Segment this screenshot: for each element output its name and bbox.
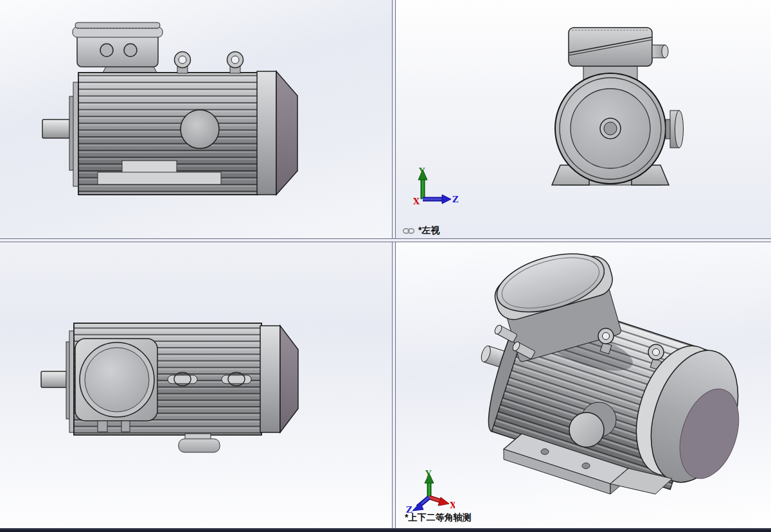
view-orientation-label: *上下二等角轴测: [405, 512, 471, 524]
motor-side-view-drawing[interactable]: [0, 0, 392, 238]
viewport-bottom-right[interactable]: Y X Z *上下二等角轴测: [396, 242, 771, 528]
window-bottom-edge: [0, 528, 771, 532]
eyebolt: [175, 52, 191, 74]
y-axis-label: Y: [418, 166, 425, 176]
foot-plate: [98, 172, 221, 184]
shaft: [41, 371, 70, 387]
z-axis-arrow: [423, 195, 451, 204]
terminal-box: [569, 28, 652, 66]
viewport-bottom-left[interactable]: [0, 242, 392, 528]
viewport-splitter-vertical[interactable]: [392, 0, 396, 528]
fan-cover: [257, 71, 297, 195]
bottom-boss: [179, 434, 220, 452]
motor-top-view-drawing[interactable]: [0, 242, 392, 528]
orientation-triad: Y Z X: [409, 166, 460, 211]
viewport-top-right[interactable]: Y Z X *左视: [396, 0, 771, 238]
z-axis-arrow: [412, 497, 429, 511]
view-label-text: *左视: [418, 225, 439, 236]
link-icon: [402, 227, 415, 235]
motor-face: [555, 73, 666, 184]
z-axis-label: Z: [452, 195, 459, 204]
viewport-top-left[interactable]: [0, 0, 392, 238]
side-boss: [666, 111, 684, 148]
x-axis-label: X: [450, 501, 455, 510]
x-axis-arrow: [429, 497, 449, 506]
graphics-area: Y Z X *左视: [0, 0, 771, 532]
x-axis-label: X: [413, 197, 420, 206]
view-label-text: *上下二等角轴测: [405, 512, 471, 524]
orientation-triad: Y X Z: [403, 468, 455, 513]
fan-cover: [260, 326, 298, 432]
y-axis-label: Y: [425, 469, 432, 479]
terminal-box: [73, 22, 163, 73]
view-orientation-label: *左视: [402, 225, 439, 236]
eyebolt: [227, 52, 244, 74]
side-boss: [181, 110, 219, 148]
viewport-splitter-horizontal[interactable]: [0, 238, 771, 242]
cable-gland-stub: [652, 45, 668, 58]
terminal-box-cover: [75, 339, 157, 432]
